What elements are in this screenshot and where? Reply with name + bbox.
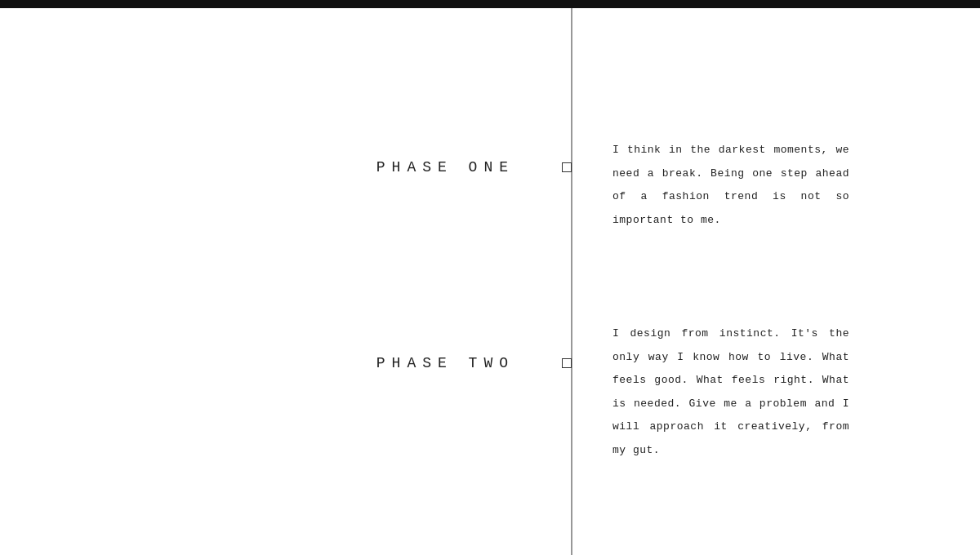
quote-block-two: I design from instinct. It's the only wa… [612,322,849,463]
quote-block-one: I think in the darkest moments, we need … [612,139,849,232]
phase-one-container: PHASE ONE [0,159,588,175]
quote-text-one: I think in the darkest moments, we need … [612,139,849,232]
top-bar [0,0,980,8]
left-section: PHASE ONE PHASE TWO [0,8,572,555]
main-content: PHASE ONE PHASE TWO I think in the darke… [0,8,980,555]
phase-two-container: PHASE TWO [0,355,588,371]
right-section: I think in the darkest moments, we need … [572,8,980,555]
phase-two-marker [562,358,572,368]
quote-text-two: I design from instinct. It's the only wa… [612,322,849,463]
phase-one-marker [562,162,572,172]
phase-one-label: PHASE ONE [0,159,539,175]
phase-two-label: PHASE TWO [0,355,539,371]
